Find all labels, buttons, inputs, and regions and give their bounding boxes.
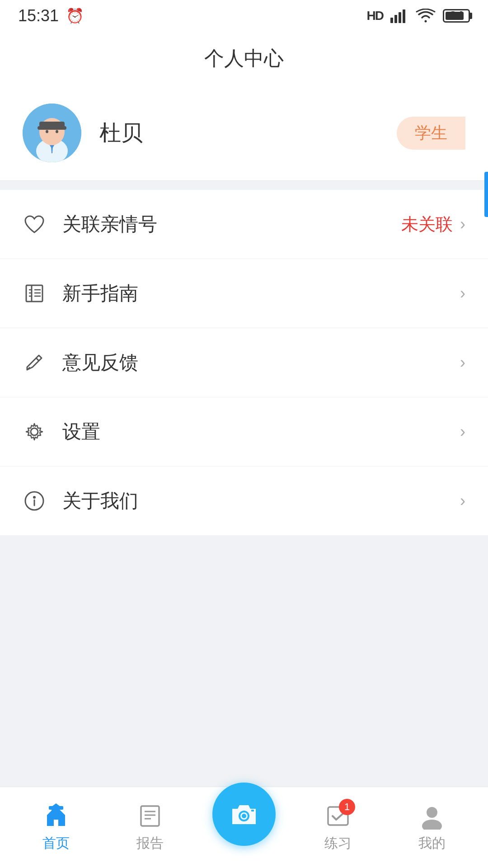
edit-icon [23,351,46,374]
svg-rect-31 [141,806,159,826]
profile-section: 杜贝 学生 [0,85,488,181]
wifi-icon [416,9,436,23]
menu-section: 关联亲情号 未关联 › 新手指南 [0,190,488,535]
menu-right-about: › [460,491,465,510]
chevron-icon-family: › [460,215,465,234]
svg-point-41 [422,820,442,830]
status-bar: 15:31 ⏰ HD 84 [0,0,488,32]
battery-icon: 84 [443,9,470,23]
profile-left: 杜贝 [23,104,143,162]
menu-item-family-left: 关联亲情号 [23,212,157,237]
menu-label-settings: 设置 [62,419,100,444]
chevron-icon-about: › [460,491,465,510]
svg-rect-0 [390,18,393,23]
status-time: 15:31 [18,6,59,25]
svg-point-11 [56,130,58,133]
menu-right-settings: › [460,422,465,441]
network-icon [390,9,408,23]
gear-icon [23,420,46,443]
svg-rect-9 [38,126,66,130]
menu-item-feedback-left: 意见反馈 [23,350,138,375]
menu-label-guide: 新手指南 [62,281,138,306]
svg-point-10 [46,130,48,133]
mine-icon [418,802,446,830]
nav-label-report: 报告 [136,834,164,853]
svg-rect-2 [399,12,401,23]
section-divider [0,181,488,190]
avatar [23,104,81,162]
chevron-icon-settings: › [460,422,465,441]
menu-item-settings-left: 设置 [23,419,100,444]
status-icons: HD 84 [367,9,470,23]
menu-item-about-left: 关于我们 [23,488,138,514]
menu-label-about: 关于我们 [62,488,138,514]
svg-point-24 [31,428,38,435]
practice-badge: 1 [339,799,355,815]
heart-icon [23,212,46,236]
nav-label-practice: 练习 [324,834,352,853]
nav-label-mine: 我的 [418,834,446,853]
menu-right-guide: › [460,284,465,303]
svg-rect-1 [394,15,397,23]
alarm-icon: ⏰ [66,7,84,24]
sidebar-accent [484,172,488,217]
menu-right-feedback: › [460,353,465,372]
menu-item-feedback[interactable]: 意见反馈 › [0,328,488,397]
menu-item-guide[interactable]: 新手指南 › [0,259,488,328]
svg-rect-38 [251,810,254,811]
nav-item-mine[interactable]: 我的 [385,802,479,853]
nav-item-home[interactable]: 首页 [9,802,103,853]
book-icon [23,282,46,305]
nav-item-report[interactable]: 报告 [103,802,197,853]
svg-line-22 [36,358,39,361]
home-icon [42,802,70,830]
svg-rect-3 [403,9,405,23]
signal-icon: HD [367,9,383,23]
menu-item-settings[interactable]: 设置 › [0,397,488,467]
page-title-bar: 个人中心 [0,32,488,85]
camera-button[interactable] [212,783,276,846]
menu-item-about[interactable]: 关于我们 › [0,467,488,535]
menu-item-guide-left: 新手指南 [23,281,138,306]
menu-label-feedback: 意见反馈 [62,350,138,375]
svg-point-37 [242,814,246,818]
nav-label-home: 首页 [42,834,70,853]
svg-point-26 [33,496,36,499]
svg-point-40 [427,807,437,818]
report-icon [136,802,164,830]
menu-right-family: 未关联 › [401,213,465,236]
page-title: 个人中心 [0,45,488,72]
chevron-icon-feedback: › [460,353,465,372]
nav-item-practice[interactable]: 1 练习 [291,802,385,853]
menu-item-family[interactable]: 关联亲情号 未关联 › [0,190,488,259]
role-badge: 学生 [397,117,465,150]
menu-label-family: 关联亲情号 [62,212,157,237]
info-icon [23,489,46,513]
menu-status-family: 未关联 [401,213,453,236]
bottom-nav: 首页 报告 [0,787,488,868]
nav-item-camera[interactable] [197,796,291,859]
chevron-icon-guide: › [460,284,465,303]
user-name: 杜贝 [99,118,143,147]
practice-icon: 1 [324,802,352,830]
